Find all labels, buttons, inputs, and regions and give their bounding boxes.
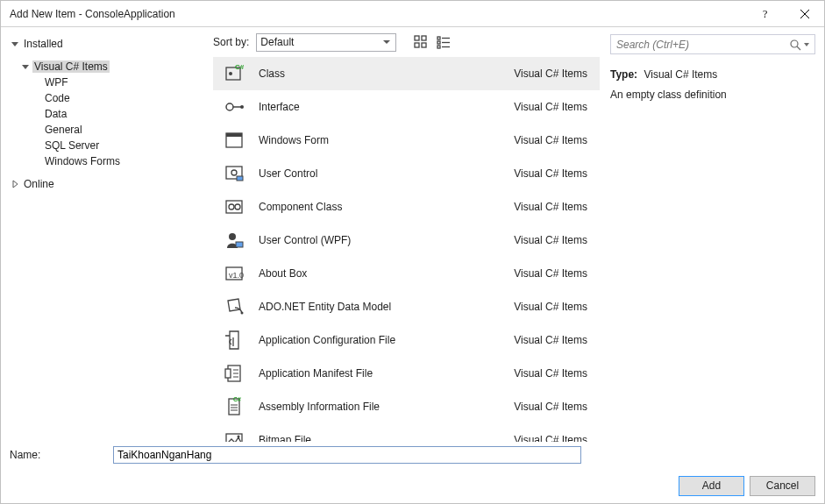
- name-label: Name:: [10, 449, 113, 461]
- svg-rect-33: [225, 369, 231, 378]
- template-name: ADO.NET Entity Data Model: [259, 301, 501, 313]
- svg-rect-7: [437, 37, 440, 39]
- title-bar: Add New Item - ConsoleApplication ?: [1, 1, 824, 27]
- svg-point-16: [226, 103, 233, 110]
- template-row[interactable]: ADO.NET Entity Data ModelVisual C# Items: [213, 290, 600, 323]
- template-name: User Control: [259, 167, 501, 180]
- template-row[interactable]: Bitmap FileVisual C# Items: [213, 423, 600, 442]
- tree-item-wpf[interactable]: WPF: [8, 75, 213, 90]
- template-category: Visual C# Items: [514, 201, 587, 213]
- help-button[interactable]: ?: [745, 1, 785, 27]
- details-panel: Type: Visual C# Items An empty class def…: [603, 27, 824, 442]
- template-icon: [222, 161, 246, 186]
- template-name: User Control (WPF): [259, 234, 501, 246]
- template-name: Bitmap File: [259, 434, 501, 442]
- name-row: Name:: [1, 442, 824, 468]
- svg-point-25: [229, 204, 234, 209]
- tree-csharp-items-label: Visual C# Items: [32, 60, 110, 73]
- template-row[interactable]: C#ClassVisual C# Items: [213, 57, 600, 90]
- template-row[interactable]: C#Assembly Information FileVisual C# Ite…: [213, 390, 600, 423]
- template-row[interactable]: Component ClassVisual C# Items: [213, 190, 600, 224]
- svg-point-26: [235, 204, 240, 209]
- svg-rect-28: [236, 242, 243, 247]
- svg-rect-3: [415, 36, 419, 40]
- category-tree: Installed Visual C# Items WPF Code Data …: [1, 27, 213, 442]
- svg-rect-11: [437, 46, 440, 48]
- tree-online[interactable]: Online: [8, 176, 213, 192]
- tree-item-data[interactable]: Data: [8, 106, 213, 122]
- svg-point-44: [791, 40, 798, 47]
- sort-by-label: Sort by:: [213, 36, 251, 48]
- search-icon[interactable]: [788, 38, 802, 52]
- chevron-down-icon: [380, 34, 394, 50]
- name-input[interactable]: [113, 446, 581, 464]
- sort-by-dropdown[interactable]: Default: [256, 33, 396, 52]
- template-category: Visual C# Items: [514, 101, 587, 113]
- sort-by-value: Default: [260, 36, 294, 48]
- svg-rect-9: [437, 41, 440, 44]
- template-name: Application Manifest File: [259, 367, 501, 380]
- template-icon: [222, 361, 246, 386]
- chevron-down-icon: [10, 39, 20, 49]
- template-row[interactable]: Windows FormVisual C# Items: [213, 124, 600, 157]
- template-category: Visual C# Items: [514, 301, 587, 313]
- template-name: About Box: [259, 267, 501, 280]
- dialog-footer: Add Cancel: [1, 468, 824, 503]
- tree-installed[interactable]: Installed: [8, 36, 213, 52]
- template-icon: [222, 195, 246, 219]
- svg-point-43: [238, 436, 240, 438]
- search-input[interactable]: [615, 38, 788, 52]
- svg-rect-20: [226, 133, 242, 137]
- tree-item-winforms[interactable]: Windows Forms: [8, 153, 213, 169]
- template-icon: v1.0: [222, 261, 246, 286]
- template-row[interactable]: User ControlVisual C# Items: [213, 157, 600, 190]
- tree-item-sql[interactable]: SQL Server: [8, 138, 213, 153]
- chevron-down-icon: [20, 61, 31, 72]
- template-category: Visual C# Items: [514, 234, 587, 246]
- svg-text:?: ?: [763, 10, 767, 18]
- close-button[interactable]: [785, 1, 824, 27]
- svg-rect-23: [237, 176, 243, 181]
- svg-point-15: [229, 72, 232, 75]
- template-name: Class: [259, 67, 501, 80]
- svg-rect-4: [422, 36, 426, 40]
- svg-point-18: [240, 105, 244, 109]
- search-box[interactable]: [610, 34, 815, 54]
- template-name: Assembly Information File: [259, 401, 501, 413]
- template-category: Visual C# Items: [514, 334, 587, 346]
- template-row[interactable]: Application Configuration FileVisual C# …: [213, 323, 600, 357]
- add-button[interactable]: Add: [679, 476, 744, 496]
- template-icon: C#: [222, 61, 246, 86]
- template-details: Type: Visual C# Items An empty class def…: [610, 54, 815, 103]
- template-category: Visual C# Items: [514, 401, 587, 413]
- tree-installed-label: Installed: [22, 38, 65, 50]
- main-area: Installed Visual C# Items WPF Code Data …: [1, 27, 824, 442]
- svg-rect-5: [415, 43, 419, 47]
- view-medium-icons-button[interactable]: [412, 33, 430, 51]
- template-row[interactable]: InterfaceVisual C# Items: [213, 90, 600, 124]
- tree-item-general[interactable]: General: [8, 122, 213, 138]
- template-icon: [222, 228, 246, 252]
- tree-item-code[interactable]: Code: [8, 90, 213, 106]
- template-list[interactable]: C#ClassVisual C# ItemsInterfaceVisual C#…: [213, 57, 603, 442]
- tree-online-label: Online: [22, 178, 56, 190]
- svg-point-27: [229, 233, 236, 240]
- cancel-button[interactable]: Cancel: [750, 476, 815, 496]
- template-header: Sort by: Default: [213, 27, 603, 57]
- svg-point-31: [241, 312, 244, 315]
- template-category: Visual C# Items: [514, 167, 587, 180]
- template-panel: Sort by: Default: [213, 27, 603, 442]
- template-category: Visual C# Items: [514, 434, 587, 442]
- template-category: Visual C# Items: [514, 67, 587, 80]
- view-small-icons-button[interactable]: [435, 33, 452, 51]
- template-row[interactable]: User Control (WPF)Visual C# Items: [213, 224, 600, 257]
- template-row[interactable]: v1.0About BoxVisual C# Items: [213, 257, 600, 290]
- svg-text:C#: C#: [233, 396, 241, 402]
- template-name: Component Class: [259, 201, 501, 213]
- template-icon: [222, 428, 246, 442]
- tree-csharp-items[interactable]: Visual C# Items: [8, 59, 213, 75]
- template-category: Visual C# Items: [514, 134, 587, 146]
- template-row[interactable]: Application Manifest FileVisual C# Items: [213, 357, 600, 390]
- dropdown-icon[interactable]: [802, 38, 811, 52]
- svg-line-45: [797, 46, 800, 50]
